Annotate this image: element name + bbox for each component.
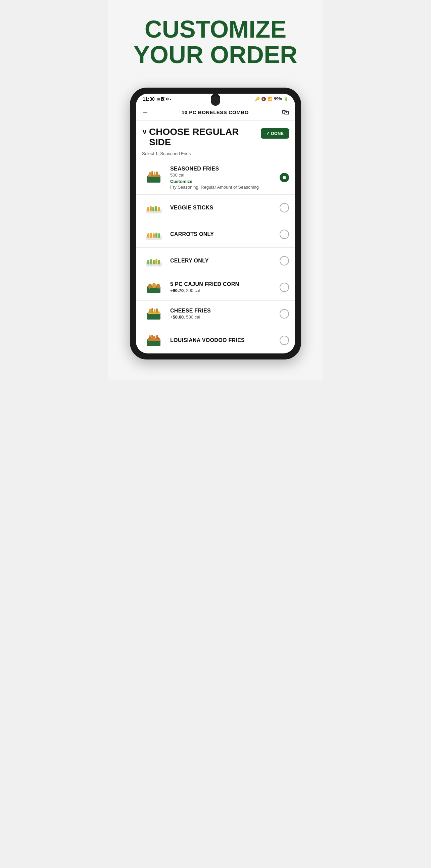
svg-rect-33 (154, 309, 155, 313)
seasoned-fries-image (142, 169, 165, 186)
cajun-corn-name: 5 PC CAJUN FRIED CORN (170, 281, 275, 287)
svg-rect-28 (150, 288, 158, 291)
list-item[interactable]: CHEESE FRIES +$0.60, 580 cal (136, 301, 295, 327)
cajun-corn-image (142, 279, 165, 296)
svg-rect-17 (158, 233, 160, 238)
celery-only-name: CELERY ONLY (170, 258, 275, 264)
status-key-icon: 🔑 (255, 97, 260, 101)
section-header: ∨ CHOOSE REGULARSIDE ✓ DONE (136, 121, 295, 150)
svg-rect-23 (158, 260, 160, 265)
status-battery-text: 99% (274, 97, 282, 101)
svg-rect-32 (151, 308, 153, 313)
veggie-sticks-details: VEGGIE STICKS (170, 205, 275, 211)
voodoo-fries-image (142, 332, 165, 349)
svg-rect-5 (156, 172, 158, 176)
select-info: Select 1: Seasoned Fries (136, 150, 295, 161)
svg-rect-11 (158, 207, 160, 212)
svg-rect-31 (149, 309, 151, 313)
cheese-fries-price: +$0.60, 580 cal (170, 314, 275, 319)
carrots-only-radio[interactable] (280, 229, 289, 239)
radio-inner (283, 176, 286, 179)
svg-rect-13 (147, 233, 149, 238)
seasoned-fries-cal: 500 cal (170, 173, 275, 178)
celery-only-radio[interactable] (280, 256, 289, 266)
list-item[interactable]: CARROTS ONLY (136, 221, 295, 247)
veggie-sticks-name: VEGGIE STICKS (170, 205, 275, 211)
section-title: ∨ CHOOSE REGULARSIDE (142, 127, 239, 148)
status-left: 11:30 ⊞ 🖼 ⚙ • (143, 96, 171, 102)
svg-rect-16 (155, 232, 157, 238)
phone-frame: 11:30 ⊞ 🖼 ⚙ • 🔑 🔇 📶 99% 🔋 ← 10 PC BONELE… (130, 88, 301, 360)
list-item[interactable]: SEASONED FRIES 500 cal Customize Fry Sea… (136, 161, 295, 194)
seasoned-fries-customize[interactable]: Customize (170, 179, 275, 184)
svg-rect-3 (151, 171, 153, 176)
status-battery-icon: 🔋 (283, 97, 288, 101)
svg-point-43 (157, 337, 159, 339)
nav-bar: ← 10 PC BONELESS COMBO 🛍 (136, 104, 295, 121)
page-wrapper: CUSTOMIZEYOUR ORDER 11:30 ⊞ 🖼 ⚙ • 🔑 🔇 📶 … (108, 0, 323, 380)
list-item[interactable]: LOUISIANA VOODOO FRIES (136, 327, 295, 353)
camera (211, 96, 220, 106)
veggie-sticks-image (142, 199, 165, 216)
status-wifi-icon: 📶 (268, 97, 273, 101)
cajun-corn-details: 5 PC CAJUN FRIED CORN +$0.70, 200 cal (170, 281, 275, 293)
voodoo-fries-details: LOUISIANA VOODOO FRIES (170, 337, 275, 343)
svg-rect-22 (155, 259, 157, 265)
seasoned-fries-details: SEASONED FRIES 500 cal Customize Fry Sea… (170, 166, 275, 190)
cajun-corn-radio[interactable] (280, 283, 289, 292)
bag-icon[interactable]: 🛍 (282, 108, 289, 117)
svg-rect-20 (150, 259, 152, 265)
back-button[interactable]: ← (142, 108, 149, 116)
cheese-fries-image (142, 305, 165, 322)
carrots-only-name: CARROTS ONLY (170, 231, 275, 237)
svg-rect-21 (153, 260, 155, 265)
section-title-text: CHOOSE REGULARSIDE (149, 127, 239, 148)
list-item[interactable]: VEGGIE STICKS (136, 194, 295, 221)
phone-inner: 11:30 ⊞ 🖼 ⚙ • 🔑 🔇 📶 99% 🔋 ← 10 PC BONELE… (136, 94, 295, 353)
done-button[interactable]: ✓ DONE (261, 128, 289, 138)
list-item[interactable]: CELERY ONLY (136, 247, 295, 274)
status-right: 🔑 🔇 📶 99% 🔋 (255, 97, 288, 101)
hero-title: CUSTOMIZEYOUR ORDER (121, 17, 310, 67)
list-item[interactable]: 5 PC CAJUN FRIED CORN +$0.70, 200 cal (136, 274, 295, 301)
voodoo-fries-name: LOUISIANA VOODOO FRIES (170, 337, 275, 343)
cajun-corn-price: +$0.70, 200 cal (170, 288, 275, 293)
svg-rect-15 (153, 233, 155, 238)
content-area: ∨ CHOOSE REGULARSIDE ✓ DONE Select 1: Se… (136, 121, 295, 353)
voodoo-fries-radio[interactable] (280, 336, 289, 345)
cheese-fries-details: CHEESE FRIES +$0.60, 580 cal (170, 308, 275, 319)
svg-rect-8 (150, 206, 152, 212)
svg-rect-4 (154, 172, 155, 176)
svg-rect-2 (149, 172, 151, 176)
seasoned-fries-radio[interactable] (280, 173, 289, 182)
hero-header: CUSTOMIZEYOUR ORDER (108, 0, 323, 81)
svg-rect-14 (150, 232, 152, 238)
carrots-only-image (142, 226, 165, 243)
svg-rect-9 (152, 207, 154, 212)
cheese-fries-radio[interactable] (280, 309, 289, 318)
svg-rect-10 (155, 206, 157, 212)
svg-rect-19 (147, 260, 149, 265)
veggie-sticks-radio[interactable] (280, 203, 289, 213)
celery-only-details: CELERY ONLY (170, 258, 275, 264)
seasoned-fries-name: SEASONED FRIES (170, 166, 275, 172)
status-time: 11:30 (143, 96, 155, 102)
svg-rect-34 (156, 308, 158, 313)
svg-point-42 (153, 336, 155, 338)
status-icons-left: ⊞ 🖼 ⚙ • (157, 97, 171, 101)
seasoned-fries-customize-detail: Fry Seasoning, Regular Amount of Seasoni… (170, 185, 275, 190)
svg-point-41 (149, 337, 151, 339)
status-mute-icon: 🔇 (261, 97, 266, 101)
chevron-icon[interactable]: ∨ (142, 128, 147, 135)
celery-only-image (142, 252, 165, 269)
cheese-fries-name: CHEESE FRIES (170, 308, 275, 314)
carrots-only-details: CARROTS ONLY (170, 231, 275, 237)
nav-title: 10 PC BONELESS COMBO (182, 110, 249, 115)
svg-rect-7 (147, 207, 149, 212)
